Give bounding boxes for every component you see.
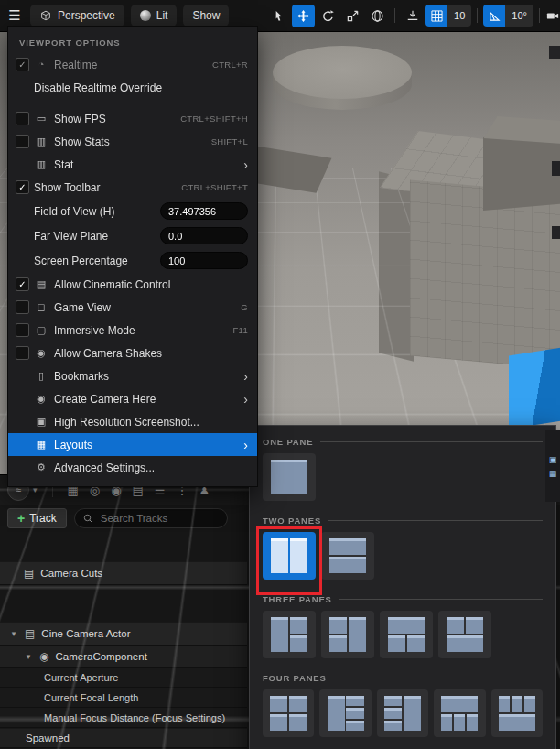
layout-option-four-panes-right[interactable] [377, 689, 428, 737]
move-tool-button[interactable] [292, 5, 315, 27]
menu-item-label: Create Camera Here [54, 393, 238, 406]
rotation-snap-control[interactable]: 10° [483, 5, 533, 27]
menu-item-layouts[interactable]: ▦ Layouts › [8, 433, 257, 456]
track-label: Cine Camera Actor [41, 628, 130, 639]
surface-snap-button[interactable] [401, 5, 424, 27]
clipped-button-icon[interactable]: ▣ [549, 456, 557, 464]
clipped-panel-fragment [549, 46, 560, 59]
thumbnail-pane [289, 714, 307, 731]
track-current-aperture[interactable]: Current Aperture [0, 668, 247, 688]
menu-item-label: Game View [54, 301, 235, 314]
grid-snap-control[interactable]: 10 [425, 5, 471, 27]
menu-item-allow-camera-shakes[interactable]: ◉ Allow Camera Shakes [8, 342, 257, 364]
layout-thumbnail [328, 696, 364, 731]
realtime-icon: ◔ [34, 60, 48, 70]
menu-item-show-toolbar[interactable]: ✓ Show Toolbar CTRL+SHIFT+T [8, 176, 257, 199]
menu-item-stat[interactable]: ▥ Stat › [8, 153, 257, 176]
show-toolbar-checkbox[interactable]: ✓ [16, 180, 29, 194]
allow-cinematic-control-checkbox[interactable]: ✓ [16, 277, 29, 291]
layout-option-two-panes-stacked[interactable] [321, 532, 374, 580]
section-divider [339, 599, 543, 600]
expander-icon[interactable]: ▾ [9, 629, 18, 638]
menu-item-realtime[interactable]: ✓ ◔ Realtime CTRL+R [8, 53, 257, 76]
perspective-dropdown[interactable]: Perspective [30, 5, 124, 27]
layout-option-four-panes-left[interactable] [319, 689, 371, 737]
show-stats-checkbox[interactable] [16, 135, 29, 148]
track-spawned[interactable]: Spawned [0, 728, 247, 748]
menu-section-header: VIEWPORT OPTIONS [8, 30, 257, 53]
track-cine-camera-actor[interactable]: ▾ ▤ Cine Camera Actor [0, 622, 247, 646]
select-tool-button[interactable] [267, 5, 290, 27]
add-track-button[interactable]: + Track [7, 508, 67, 528]
menu-item-label: Layouts [54, 439, 238, 451]
scale-tool-button[interactable] [341, 5, 364, 27]
search-tracks-field[interactable] [74, 508, 228, 528]
thumbnail-pane [290, 617, 307, 634]
clipped-button-icon[interactable]: ▦ [549, 470, 557, 478]
track-camera-cuts[interactable]: ▤ Camera Cuts [0, 561, 247, 585]
screen-percentage-input[interactable] [160, 252, 248, 269]
realtime-checkbox[interactable]: ✓ [16, 58, 29, 71]
menu-item-high-resolution-screenshot[interactable]: ▣ High Resolution Screenshot... [8, 410, 257, 433]
camera-speed-button[interactable] [545, 5, 560, 27]
layout-thumbnail [329, 617, 366, 652]
toolbar-divider [539, 8, 540, 23]
layout-option-one-pane[interactable] [263, 453, 316, 501]
menu-item-disable-realtime-override[interactable]: Disable Realtime Override [8, 76, 257, 99]
create-camera-icon: ◉ [34, 394, 48, 404]
thumbnail-pane [447, 617, 464, 634]
layout-section-header: TWO PANES [250, 508, 555, 530]
layout-option-three-panes-right[interactable] [321, 611, 374, 658]
menu-item-immersive-mode[interactable]: ▢ Immersive Mode F11 [8, 319, 257, 342]
menu-item-allow-cinematic-control[interactable]: ✓ ▤ Allow Cinematic Control [8, 273, 257, 296]
show-flags-dropdown[interactable]: Show [183, 5, 229, 27]
menu-item-bookmarks[interactable]: ▯ Bookmarks › [8, 364, 257, 387]
menu-item-create-camera-here[interactable]: ◉ Create Camera Here › [8, 387, 257, 410]
allow-camera-shakes-checkbox[interactable] [16, 346, 29, 360]
layout-option-four-panes-quad[interactable] [263, 689, 314, 737]
layout-section-header: THREE PANES [250, 587, 555, 609]
menu-item-show-fps[interactable]: ▭ Show FPS CTRL+SHIFT+H [8, 107, 257, 130]
thumbnail-pane [328, 696, 345, 731]
menu-item-advanced-settings[interactable]: ⚙ Advanced Settings... [8, 456, 257, 479]
layout-option-four-panes-top[interactable] [434, 689, 485, 737]
rotate-tool-button[interactable] [317, 5, 339, 27]
search-tracks-input[interactable] [99, 512, 212, 525]
layout-option-three-panes-left[interactable] [263, 611, 316, 658]
track-current-focal-length[interactable]: Current Focal Length [0, 688, 247, 708]
track-label: Camera Cuts [40, 568, 102, 579]
layout-option-four-panes-bottom[interactable] [491, 689, 543, 737]
toolbar-divider [477, 8, 478, 23]
immersive-mode-icon: ▢ [34, 325, 48, 335]
track-manual-focus-distance[interactable]: Manual Focus Distance (Focus Settings) [0, 708, 247, 728]
field-of-view-input[interactable] [160, 202, 248, 220]
submenu-arrow-icon: › [243, 370, 248, 383]
perspective-icon [39, 9, 52, 22]
layout-option-three-panes-top[interactable] [380, 611, 433, 658]
thumbnail-pane [290, 538, 307, 573]
thumbnail-pane [524, 696, 535, 712]
menu-item-game-view[interactable]: ◻ Game View G [8, 296, 257, 319]
lit-mode-dropdown[interactable]: Lit [131, 5, 178, 27]
world-space-toggle-button[interactable] [366, 5, 389, 27]
layout-option-three-panes-bottom[interactable] [438, 611, 491, 658]
shortcut-label: CTRL+SHIFT+T [181, 182, 248, 192]
menu-item-label: Allow Camera Shakes [54, 347, 242, 360]
show-fps-checkbox[interactable] [16, 112, 29, 125]
viewport-options-menu-button[interactable]: ☰ [5, 7, 24, 24]
immersive-mode-checkbox[interactable] [16, 323, 29, 337]
game-view-icon: ◻ [34, 302, 48, 312]
expander-icon[interactable]: ▾ [24, 652, 33, 661]
menu-item-show-stats[interactable]: ▥ Show Stats SHIFT+L [8, 130, 257, 153]
transform-tools-group: 10 10° [267, 5, 560, 27]
rotation-snap-value[interactable]: 10° [505, 5, 533, 27]
layout-option-two-panes-side-by-side[interactable] [263, 532, 316, 580]
track-camera-component[interactable]: ▾ ◉ CameraComponent [0, 646, 247, 668]
grid-snap-value[interactable]: 10 [447, 5, 471, 27]
section-divider [334, 678, 543, 678]
far-view-plane-input[interactable] [160, 227, 248, 244]
thumbnail-pane [388, 617, 425, 634]
layouts-icon: ▦ [34, 440, 48, 450]
game-view-checkbox[interactable] [16, 300, 29, 314]
clipped-panel-buttons: ▣ ▦ [545, 430, 560, 502]
